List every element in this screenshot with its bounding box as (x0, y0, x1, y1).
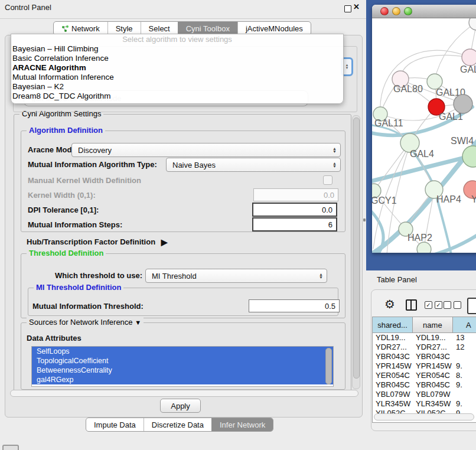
data-attribute-item[interactable]: TopologicalCoefficient (32, 356, 333, 366)
table-cell (453, 390, 476, 399)
cyni-bottom-tabs: Impute DataDiscretize DataInfer Network (86, 418, 273, 432)
mi-steps-field[interactable]: 6 (252, 217, 337, 231)
column-header-shared[interactable]: shared... (373, 317, 413, 332)
network-graph: GALGAL80GAL10GAL1GAL11GAL4SWI4HAP4YGCY1H… (372, 18, 476, 253)
data-attributes-list[interactable]: SelfLoopsTopologicalCoefficientBetweenne… (31, 346, 334, 387)
expanded-arrow-icon: ▼ (135, 319, 141, 326)
collapsed-arrow-icon: ▶ (161, 237, 168, 247)
split-divider-handle[interactable] (363, 219, 366, 221)
network-view-window: GALGAL80GAL10GAL1GAL11GAL4SWI4HAP4YGCY1H… (372, 5, 476, 253)
table-cell: 8. (453, 371, 476, 380)
algorithm-option[interactable]: Bayesian – Hill Climbing (11, 44, 343, 54)
table-cell: YBL079W (413, 390, 453, 399)
table-row[interactable]: YPR145WYPR145W9. (373, 361, 476, 371)
tab-jactivemnodules[interactable]: jActiveMNodules (237, 22, 311, 35)
unchecked-columns-icon[interactable] (444, 301, 461, 309)
network-node-swi4[interactable] (462, 146, 476, 167)
close-icon[interactable]: ✕ (353, 2, 360, 11)
table-cell (453, 352, 476, 361)
settings-hscrollbar[interactable] (10, 390, 358, 397)
columns-icon[interactable] (406, 299, 417, 311)
column-header-a[interactable]: A (453, 317, 476, 332)
table-hscrollbar[interactable] (374, 413, 474, 420)
data-attribute-item[interactable]: gal4RGexp (32, 375, 333, 384)
data-attribute-item[interactable]: BetweennessCentrality (32, 366, 333, 375)
table-cell: YBR043C (373, 352, 413, 361)
node-table: shared...nameA YDL19...YDL19...13YDR27..… (372, 317, 476, 423)
hub-definition-toggle[interactable]: Hub/Transcription Factor Definition ▶ (27, 237, 168, 246)
kernel-width-field[interactable]: 0.0 (253, 188, 338, 201)
table-row[interactable]: YER054CYER054C8. (373, 371, 476, 380)
table-row[interactable]: YDR27...YDR27...12 (373, 343, 476, 352)
zoom-traffic-light[interactable] (404, 7, 412, 15)
table-cell: YER054C (373, 371, 413, 380)
mi-steps-label: Mutual Information Steps: (28, 220, 122, 229)
table-cell: YBR043C (413, 352, 453, 361)
settings-scrollbar-thumb[interactable] (353, 118, 360, 379)
table-cell: YBL079W (373, 390, 413, 399)
table-body: YDL19...YDL19...13YDR27...YDR27...12YBR0… (373, 333, 476, 418)
table-row[interactable]: YBR043CYBR043C (373, 352, 476, 361)
network-node[interactable] (454, 94, 472, 113)
tab-style[interactable]: Style (107, 22, 141, 35)
algorithm-option[interactable]: Dream8 DC_TDC Algorithm (11, 92, 343, 101)
which-threshold-combobox[interactable]: MI Threshold ▲▼ (145, 269, 327, 283)
table-cell: YDL19... (413, 333, 453, 343)
node-label: SWI4 (451, 136, 474, 146)
aracne-mode-value: Discovery (78, 146, 112, 155)
algorithm-option[interactable]: Mutual Information Inference (11, 73, 343, 82)
table-cell: 9. (453, 361, 476, 371)
combo-arrows-icon: ▲▼ (332, 162, 337, 168)
algorithm-list: Bayesian – Hill ClimbingBasic Correlatio… (11, 44, 343, 101)
table-row[interactable]: YLR345WYLR345W9. (373, 399, 476, 409)
node-label: GAL11 (374, 118, 403, 128)
sources-group-title[interactable]: Sources for Network Inference ▼ (27, 318, 144, 327)
dpi-tolerance-field[interactable]: 0.0 (252, 203, 337, 217)
network-node[interactable] (469, 18, 476, 30)
list-scrollbar[interactable] (325, 348, 332, 384)
tab-select[interactable]: Select (141, 22, 178, 35)
settings-scrollbar[interactable] (352, 115, 360, 389)
close-traffic-light[interactable] (380, 7, 389, 15)
column-header-name[interactable]: name (413, 317, 453, 332)
document-icon[interactable] (467, 298, 476, 314)
tab-cyni-toolbox[interactable]: Cyni Toolbox (178, 22, 237, 35)
aracne-mode-combobox[interactable]: Discovery ▲▼ (71, 143, 341, 157)
mi-threshold-label: Mutual Information Threshold: (32, 302, 144, 311)
table-row[interactable]: YDL19...YDL19...13 (373, 333, 476, 343)
network-node-gal[interactable] (462, 49, 476, 66)
float-window-icon[interactable] (344, 5, 351, 12)
network-window-titlebar[interactable] (372, 5, 476, 18)
mi-threshold-field[interactable]: 0.5 (249, 299, 340, 312)
network-node[interactable] (417, 242, 431, 253)
manual-kernel-checkbox[interactable] (323, 175, 332, 185)
table-cell: YPR145W (373, 361, 413, 371)
table-row[interactable]: YBL079WYBL079W (373, 390, 476, 399)
table-panel-title: Table Panel (377, 275, 417, 284)
algorithm-option[interactable]: Bayesian – K2 (11, 82, 343, 92)
tab-impute-data[interactable]: Impute Data (86, 418, 144, 431)
mi-type-label: Mutual Information Algorithm Type: (28, 160, 157, 169)
apply-button[interactable]: Apply (160, 399, 201, 413)
corner-panel-icon[interactable] (2, 445, 19, 450)
algorithm-option[interactable]: ARACNE Algorithm (11, 63, 343, 73)
data-attribute-item[interactable]: SelfLoops (32, 347, 333, 356)
node-label: HAP2 (407, 233, 432, 243)
algorithm-placeholder: Select algorithm to view settings (11, 35, 343, 44)
tab-discretize-data[interactable]: Discretize Data (144, 418, 211, 431)
network-canvas[interactable]: GALGAL80GAL10GAL1GAL11GAL4SWI4HAP4YGCY1H… (372, 18, 476, 253)
node-label: Y (471, 194, 476, 204)
algorithm-option[interactable]: Basic Correlation Inference (11, 54, 343, 63)
checked-columns-icon[interactable]: ✓✓ (425, 301, 442, 309)
table-cell: YDR27... (413, 343, 453, 352)
control-panel-title: Control Panel (5, 3, 51, 12)
tab-network[interactable]: Network (54, 22, 107, 35)
table-cell: YDL19... (373, 333, 413, 343)
tab-infer-network[interactable]: Infer Network (211, 418, 273, 431)
node-label: HAP4 (436, 194, 461, 204)
gear-icon[interactable]: ⚙ (384, 297, 395, 311)
minimize-traffic-light[interactable] (392, 7, 400, 15)
dpi-tolerance-label: DPI Tolerance [0,1]: (28, 206, 99, 214)
table-row[interactable]: YBR045CYBR045C9. (373, 380, 476, 390)
mi-algorithm-type-combobox[interactable]: Naive Bayes ▲▼ (166, 158, 341, 172)
